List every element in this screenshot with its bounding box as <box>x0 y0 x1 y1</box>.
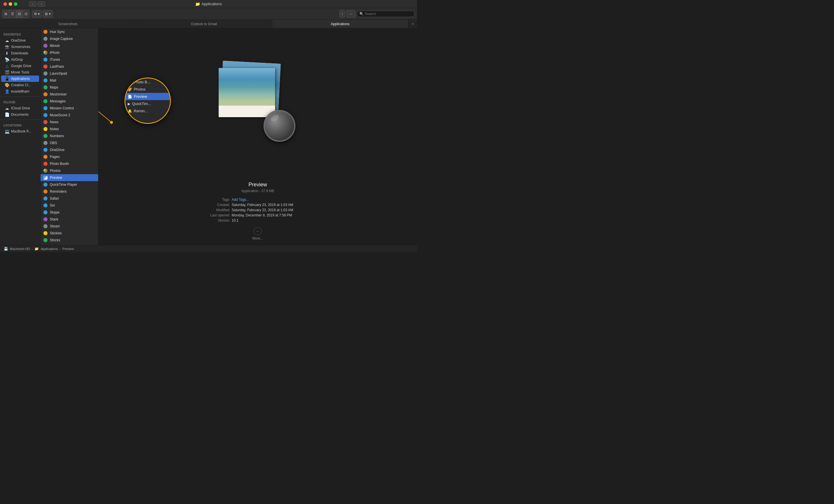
sidebar-item-google-drive[interactable]: △ Google Drive <box>1 63 39 69</box>
preview-image-area <box>98 28 417 177</box>
maximize-button[interactable] <box>14 2 17 6</box>
tab-screenshots[interactable]: Screenshots <box>0 20 136 28</box>
breadcrumb-preview[interactable]: Preview <box>63 247 74 251</box>
file-item-siri[interactable]: Siri <box>41 202 98 209</box>
file-item-musescore[interactable]: MuseScore 2 <box>41 112 98 119</box>
file-label-steam: Steam <box>50 224 60 228</box>
image-capture-icon <box>43 37 47 41</box>
group-button[interactable]: ⊞ ▾ <box>43 10 52 18</box>
sidebar-item-movie-tools[interactable]: 🎬 Movie Tools <box>1 69 39 75</box>
created-row: Created Saturday, February 23, 2019 at 1… <box>104 203 411 207</box>
file-item-launchpad[interactable]: Launchpad <box>41 70 98 77</box>
file-item-preview[interactable]: Preview <box>41 174 98 181</box>
share-button[interactable]: ↑ <box>339 10 345 18</box>
icon-view-button[interactable]: ⊞ <box>3 10 9 18</box>
file-item-numbers[interactable]: Numbers <box>41 133 98 139</box>
search-box[interactable]: 🔍 <box>357 11 415 17</box>
file-item-messages[interactable]: Messages <box>41 98 98 105</box>
last-opened-label: Last opened <box>197 213 232 217</box>
creative-cloud-icon: 🎨 <box>5 83 9 87</box>
sidebar-item-onedrive[interactable]: ☁ OneDrive <box>1 37 39 44</box>
view-buttons: ⊞ ☰ ⊟ ⊡ <box>2 10 29 18</box>
file-item-photo-booth[interactable]: Photo Booth <box>41 160 98 167</box>
back-button[interactable]: ‹ <box>29 1 37 7</box>
preview-info: Preview Application - 37.9 MB Tags Add T… <box>98 177 417 245</box>
tab-applications[interactable]: Applications <box>272 20 408 28</box>
launchpad-icon <box>43 71 47 75</box>
sidebar-item-evankillham[interactable]: 👤 evankillham <box>1 88 39 95</box>
breadcrumb-applications[interactable]: Applications <box>41 247 58 251</box>
sidebar-item-creative-cloud[interactable]: 🎨 Creative Cl... <box>1 82 39 88</box>
sidebar-label-screenshots: Screenshots <box>11 45 30 49</box>
sidebar-item-icloud-drive[interactable]: ☁ iCloud Drive <box>1 105 39 111</box>
file-item-photos[interactable]: Photos <box>41 167 98 174</box>
user-icon: 👤 <box>5 89 9 94</box>
file-item-imovie[interactable]: iMovie <box>41 42 98 49</box>
forward-button[interactable]: › <box>38 1 45 7</box>
sidebar-divider-2 <box>0 119 40 120</box>
search-input[interactable] <box>365 12 412 16</box>
file-item-maps[interactable]: Maps <box>41 84 98 91</box>
file-item-slack[interactable]: Slack <box>41 216 98 223</box>
sidebar-item-airdrop[interactable]: 📡 AirDrop <box>1 56 39 63</box>
downloads-icon: ⬇ <box>5 51 9 55</box>
modified-row: Modified Saturday, February 23, 2019 at … <box>104 208 411 212</box>
file-item-obs[interactable]: OBS <box>41 139 98 146</box>
status-bar: 💾 Macintosh HD › 📁 Applications › Previe… <box>0 245 417 252</box>
tab-outlook[interactable]: Outlook to Gmail <box>136 20 272 28</box>
file-panel: Hue Sync Image Capture iMovie iPhoto iTu… <box>41 28 98 245</box>
more-label: More... <box>252 236 263 240</box>
file-item-lastpass[interactable]: LastPass <box>41 63 98 70</box>
file-item-mission-control[interactable]: Mission Control <box>41 105 98 112</box>
file-item-image-capture[interactable]: Image Capture <box>41 35 98 42</box>
file-label-safari: Safari <box>50 197 59 201</box>
file-item-mail[interactable]: Mail <box>41 77 98 84</box>
file-item-steam[interactable]: Steam <box>41 223 98 230</box>
file-label-pages: Pages <box>50 155 60 159</box>
modified-label: Modified <box>197 208 232 212</box>
column-view-button[interactable]: ⊟ <box>16 10 23 18</box>
sidebar-label-macbook: MacBook P... <box>11 129 31 133</box>
file-item-skype[interactable]: Skype <box>41 209 98 216</box>
hdd-icon: 💾 <box>3 247 8 251</box>
file-item-meshmixer[interactable]: Meshmixer <box>41 91 98 98</box>
file-item-onedrive-app[interactable]: OneDrive <box>41 146 98 153</box>
modified-value: Saturday, February 23, 2019 at 1:03 AM <box>232 208 319 212</box>
file-item-syncios[interactable]: Syncios <box>41 244 98 245</box>
file-item-reminders[interactable]: Reminders <box>41 188 98 195</box>
file-label-itunes: iTunes <box>50 58 60 62</box>
minimize-button[interactable] <box>9 2 12 6</box>
tags-value[interactable]: Add Tags... <box>232 198 319 202</box>
more-button[interactable]: ··· More... <box>104 227 411 240</box>
file-item-stickies[interactable]: Stickies <box>41 230 98 237</box>
sidebar-item-macbook[interactable]: 💻 MacBook P... <box>1 128 39 135</box>
more-button[interactable]: ··· <box>346 10 356 18</box>
list-view-button[interactable]: ☰ <box>9 10 16 18</box>
file-item-safari[interactable]: Safari <box>41 195 98 202</box>
file-item-stocks[interactable]: Stocks <box>41 237 98 244</box>
sidebar-item-screenshots[interactable]: 📸 Screenshots <box>1 44 39 50</box>
file-item-iphoto[interactable]: iPhoto <box>41 49 98 56</box>
safari-icon <box>43 197 47 201</box>
breadcrumb-macintosh[interactable]: Macintosh HD <box>10 247 30 251</box>
file-item-quicktime[interactable]: QuickTime Player <box>41 181 98 188</box>
close-button[interactable] <box>3 2 7 6</box>
file-item-notes[interactable]: Notes <box>41 125 98 133</box>
sidebar-label-onedrive: OneDrive <box>11 39 26 43</box>
file-item-hue-sync[interactable]: Hue Sync <box>41 28 98 35</box>
google-drive-icon: △ <box>5 64 9 68</box>
preview-visual <box>217 62 298 143</box>
file-item-itunes[interactable]: iTunes <box>41 56 98 63</box>
cover-view-button[interactable]: ⊡ <box>23 10 29 18</box>
sidebar-item-applications[interactable]: 📱 Applications <box>1 75 39 82</box>
siri-icon <box>43 203 47 207</box>
sidebar-item-downloads[interactable]: ⬇ Downloads <box>1 50 39 56</box>
file-label-notes: Notes <box>50 127 59 131</box>
file-label-obs: OBS <box>50 141 57 145</box>
onedrive-icon: ☁ <box>5 38 9 43</box>
sidebar-item-documents[interactable]: 📄 Documents <box>1 111 39 118</box>
actions-button[interactable]: ⚙ ▾ <box>32 10 42 18</box>
add-tab-button[interactable]: + <box>408 20 417 28</box>
file-item-news[interactable]: News <box>41 119 98 125</box>
file-item-pages[interactable]: Pages <box>41 153 98 160</box>
